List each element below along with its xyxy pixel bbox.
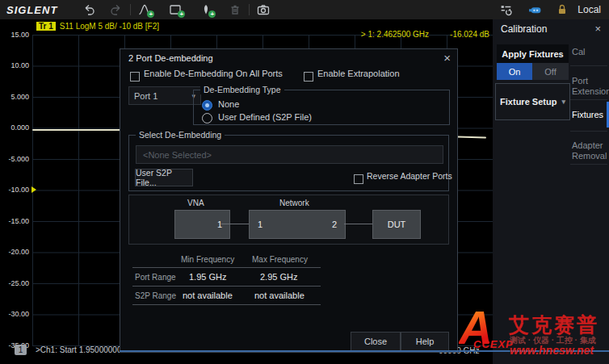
reverse-adapter-label: Reverse Adapter Ports xyxy=(367,171,452,181)
network-node: 1 2 xyxy=(249,210,346,239)
marker-value: -16.024 dB xyxy=(450,30,489,39)
col-max-frequency: Max Frequency xyxy=(252,255,308,264)
radio-selected[interactable] xyxy=(202,100,212,111)
toggle-off[interactable]: Off xyxy=(532,63,569,80)
port-range-max: 2.95 GHz xyxy=(260,272,297,282)
checkbox-box[interactable] xyxy=(304,72,313,82)
close-button[interactable]: Close xyxy=(351,332,401,351)
y-tick: 0.000 xyxy=(0,123,29,132)
vna-label: VNA xyxy=(187,199,204,207)
user-s2p-file-label: User S2P File... xyxy=(136,168,192,187)
add-marker-badge: + xyxy=(208,10,216,18)
tab-adapter-removal[interactable]: Adapter Removal xyxy=(572,140,607,161)
network-port2: 2 xyxy=(332,211,337,238)
wire-vna-network xyxy=(221,224,249,224)
redo-icon xyxy=(107,2,125,18)
vna-node: 1 xyxy=(174,210,230,239)
apply-fixtures-button[interactable]: Apply Fixtures xyxy=(497,44,569,63)
y-tick: 15.00 xyxy=(0,31,29,39)
calibration-sidebar: Calibration × Apply Fixtures On Off Fixt… xyxy=(493,19,609,364)
type-user-radio[interactable] xyxy=(202,112,212,127)
lock-icon[interactable] xyxy=(553,2,571,18)
type-user-label[interactable]: User Defined (S2P File) xyxy=(218,112,312,122)
s2p-range-max: not available xyxy=(254,291,304,300)
deembedding-type-group: De-Embedding Type None User Defined (S2P… xyxy=(193,90,450,125)
radio-unselected[interactable] xyxy=(202,113,212,123)
tab-separator xyxy=(570,99,607,100)
deembedding-type-legend: De-Embedding Type xyxy=(200,85,284,94)
select-deembedding-legend: Select De-Embedding xyxy=(136,130,225,140)
add-window-icon[interactable]: + xyxy=(166,2,184,18)
trace-info[interactable]: Tr 1S11 LogM 5 dB/ -10 dB [F2] xyxy=(36,22,159,31)
network-label: Network xyxy=(279,199,309,207)
port-select-value: Port 1 xyxy=(134,91,158,101)
toggle-on[interactable]: On xyxy=(497,63,532,80)
active-channel-underline xyxy=(120,350,609,352)
fixture-setup-dropdown[interactable]: Fixture Setup ▾ xyxy=(495,83,570,120)
add-trace-badge: + xyxy=(147,10,154,18)
port-range-min: 1.95 GHz xyxy=(189,272,226,282)
port-select[interactable]: Port 1 ▾ xyxy=(128,86,201,105)
add-marker-icon[interactable]: + xyxy=(197,2,215,18)
local-mode-label[interactable]: Local xyxy=(578,4,601,15)
reference-level-arrow xyxy=(32,186,36,193)
tab-fixtures[interactable]: Fixtures xyxy=(572,110,607,120)
user-s2p-file-button[interactable]: User S2P File... xyxy=(135,169,193,186)
top-toolbar: SIGLENT + + + xyxy=(0,0,609,19)
screenshot-camera-icon[interactable] xyxy=(254,2,272,18)
dut-node: DUT xyxy=(372,210,421,239)
network-port1: 1 xyxy=(258,211,262,238)
add-trace-icon[interactable]: + xyxy=(136,2,153,18)
tab-separator xyxy=(570,164,607,165)
fixture-setup-label: Fixture Setup xyxy=(500,97,556,107)
enable-all-ports-label: Enable De-Embedding On All Ports xyxy=(144,69,283,78)
wire-network-dut xyxy=(344,224,372,224)
tab-cal[interactable]: Cal xyxy=(572,47,607,57)
help-button-label: Help xyxy=(416,337,435,346)
task-list-icon[interactable] xyxy=(497,2,514,18)
sidebar-title: Calibration xyxy=(501,23,547,35)
siglent-logo: SIGLENT xyxy=(6,4,57,16)
trace-line xyxy=(32,129,120,131)
undo-icon[interactable] xyxy=(80,2,98,18)
checkbox-box[interactable] xyxy=(130,72,140,82)
row-port-range-label: Port Range xyxy=(135,273,176,282)
enable-all-ports-checkbox[interactable] xyxy=(130,70,140,85)
s2p-range-min: not available xyxy=(183,291,233,300)
y-tick: 10.00 xyxy=(0,61,29,69)
tab-separator xyxy=(570,65,607,66)
tab-port-extension[interactable]: Port Extension xyxy=(572,76,607,97)
y-tick: -30.00 xyxy=(0,310,29,318)
col-min-frequency: Min Frequency xyxy=(181,255,234,264)
sidebar-close-icon[interactable]: × xyxy=(594,23,601,35)
type-none-label[interactable]: None xyxy=(218,99,239,109)
table-divider xyxy=(132,267,321,268)
help-button[interactable]: Help xyxy=(401,332,449,351)
tab-separator xyxy=(570,131,607,132)
add-window-badge: + xyxy=(178,10,185,18)
y-tick: -25.00 xyxy=(0,279,29,287)
enable-extrapolation-checkbox[interactable] xyxy=(304,70,313,85)
y-tick: -15.00 xyxy=(0,217,29,225)
y-tick: 5.000 xyxy=(0,93,29,101)
dialog-title: 2 Port De-embedding xyxy=(128,53,213,63)
dialog-close-icon[interactable]: × xyxy=(443,51,451,65)
channel-indicator[interactable]: 1 xyxy=(15,345,27,355)
table-divider xyxy=(132,304,321,305)
reverse-adapter-checkbox[interactable] xyxy=(354,173,363,187)
y-tick: -20.00 xyxy=(0,248,29,256)
table-divider xyxy=(132,286,321,287)
y-tick: -5.000 xyxy=(0,155,29,163)
selected-file-value: <None Selected> xyxy=(143,150,212,160)
usb-icon[interactable] xyxy=(526,2,544,18)
delete-icon xyxy=(226,2,244,18)
vna-screen: SIGLENT + + + xyxy=(0,0,609,364)
close-button-label: Close xyxy=(364,337,387,346)
selected-file-field[interactable]: <None Selected> xyxy=(136,145,443,164)
toolbar-separator xyxy=(249,4,250,15)
row-s2p-range-label: S2P Range xyxy=(135,291,176,300)
trace-badge[interactable]: Tr 1 xyxy=(36,22,56,31)
checkbox-box[interactable] xyxy=(354,174,363,184)
marker-readout: > 1: 2.462500 GHz -16.024 dB xyxy=(307,30,489,39)
apply-fixtures-label: Apply Fixtures xyxy=(502,49,563,59)
